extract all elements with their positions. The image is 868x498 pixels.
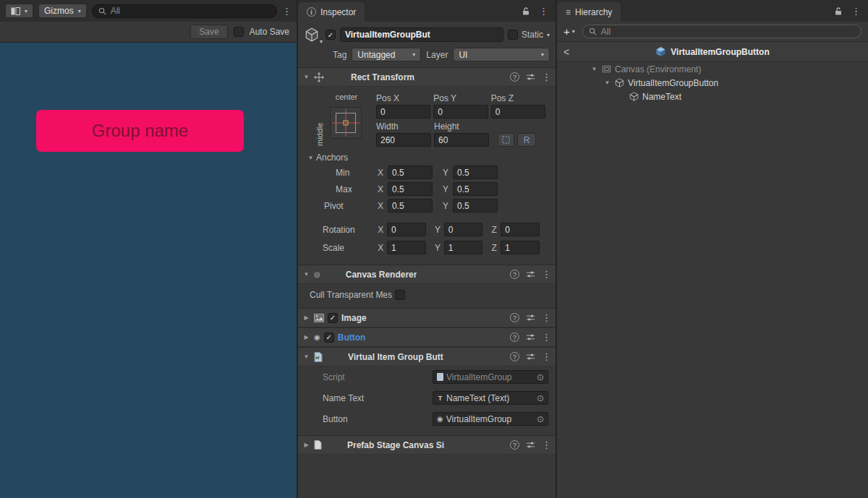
inspector-tabbar: i Inspector ⋮ — [298, 0, 556, 22]
image-component-header[interactable]: ▶ ✓ Image ? ⋮ — [298, 308, 556, 327]
cull-transparent-checkbox[interactable] — [395, 290, 405, 300]
layer-dropdown[interactable]: UI ▾ — [453, 48, 550, 61]
scale-z-field[interactable]: 1 — [501, 241, 540, 254]
gameobject-name-field[interactable]: VirtualItemGroupBut — [340, 27, 503, 42]
pos-x-field[interactable]: 0 — [376, 105, 430, 119]
lock-icon[interactable] — [522, 7, 530, 16]
anchor-min-x-field[interactable]: 0.5 — [388, 166, 433, 179]
rotation-z-field[interactable]: 0 — [501, 223, 540, 236]
script-object-field[interactable]: VirtualItemGroup ⊙ — [433, 370, 548, 384]
scale-label: Scale — [323, 243, 378, 253]
foldout-open-icon[interactable]: ▼ — [302, 353, 310, 360]
more-icon[interactable]: ⋮ — [542, 270, 551, 279]
presets-icon[interactable] — [526, 313, 535, 322]
draw-mode-dropdown[interactable]: ▾ — [5, 4, 33, 18]
scene-search-placeholder: All — [111, 6, 120, 16]
help-icon[interactable]: ? — [510, 270, 519, 279]
pivot-x-field[interactable]: 0.5 — [388, 199, 433, 212]
more-icon[interactable]: ⋮ — [542, 440, 551, 450]
blueprint-mode-button[interactable] — [498, 133, 514, 147]
name-text-object-field[interactable]: T NameText (Text) ⊙ — [433, 391, 548, 405]
object-picker-icon[interactable]: ⊙ — [537, 372, 544, 382]
canvas-renderer-header[interactable]: ▼ ◎ Canvas Renderer ? ⋮ — [298, 265, 556, 284]
foldout-closed-icon[interactable]: ▶ — [302, 442, 310, 448]
foldout-closed-icon[interactable]: ▶ — [302, 334, 310, 340]
more-icon[interactable]: ⋮ — [542, 332, 551, 342]
foldout-open-icon[interactable]: ▼ — [590, 66, 598, 72]
more-icon[interactable]: ⋮ — [282, 7, 292, 16]
rotation-x-field[interactable]: 0 — [387, 223, 426, 236]
hierarchy-row-virtualitemgroupbutton[interactable]: ▼ VirtualItemGroupButton — [557, 76, 868, 90]
hierarchy-panel: ≡ Hierarchy ⋮ + ▾ All < VirtualItemGroup… — [557, 0, 868, 498]
raw-edit-button[interactable]: R — [517, 133, 536, 147]
help-icon[interactable]: ? — [510, 72, 519, 82]
button-ref-label: Button — [323, 414, 430, 424]
hierarchy-search-input[interactable]: All — [582, 25, 861, 38]
presets-icon[interactable] — [526, 440, 535, 450]
help-icon[interactable]: ? — [510, 313, 519, 322]
virtual-item-group-button-header[interactable]: ▼ Virtual Item Group Butt ? ⋮ — [298, 347, 556, 366]
anchor-max-x-field[interactable]: 0.5 — [388, 182, 433, 196]
anchor-max-y-field[interactable]: 0.5 — [453, 182, 498, 196]
more-icon[interactable]: ⋮ — [542, 72, 551, 82]
pos-z-field[interactable]: 0 — [491, 105, 545, 119]
presets-icon[interactable] — [526, 72, 535, 82]
save-button[interactable]: Save — [190, 25, 227, 39]
prefab-stage-canvas-header[interactable]: ▶ Prefab Stage Canvas Si ? ⋮ — [298, 435, 556, 455]
button-object-field[interactable]: ◉ VirtualItemGroup ⊙ — [433, 412, 548, 426]
image-enabled-checkbox[interactable]: ✓ — [328, 313, 338, 323]
rect-transform-header[interactable]: ▼ Rect Transform ? ⋮ — [298, 67, 556, 87]
document-icon — [314, 440, 322, 450]
more-icon[interactable]: ⋮ — [542, 352, 551, 361]
object-picker-icon[interactable]: ⊙ — [537, 414, 544, 424]
anchor-preset-button[interactable] — [330, 107, 362, 141]
foldout-open-icon[interactable]: ▼ — [307, 155, 315, 161]
pivot-y-field[interactable]: 0.5 — [453, 199, 498, 212]
scale-y-field[interactable]: 1 — [444, 241, 483, 254]
layer-value: UI — [459, 50, 467, 60]
gameobject-enabled-checkbox[interactable]: ✓ — [326, 30, 336, 40]
prefab-stage-bar: < VirtualItemGroupButton — [557, 42, 868, 62]
presets-icon[interactable] — [526, 270, 535, 279]
object-picker-icon[interactable]: ⊙ — [537, 393, 544, 403]
lock-icon[interactable] — [834, 7, 843, 16]
anchor-min-y-field[interactable]: 0.5 — [453, 166, 498, 179]
help-icon[interactable]: ? — [510, 352, 519, 361]
button-ref-row: Button ◉ VirtualItemGroup ⊙ — [323, 412, 548, 426]
static-checkbox[interactable] — [508, 30, 518, 40]
foldout-closed-icon[interactable]: ▶ — [302, 314, 310, 321]
foldout-open-icon[interactable]: ▼ — [302, 74, 310, 80]
hierarchy-row-canvas[interactable]: ▼ Canvas (Environment) — [557, 62, 868, 76]
height-field[interactable]: 60 — [434, 133, 489, 147]
tab-hierarchy[interactable]: ≡ Hierarchy — [557, 2, 621, 22]
group-name-button[interactable]: Group name — [36, 110, 244, 152]
foldout-open-icon[interactable]: ▼ — [302, 271, 310, 278]
gameobject-icon[interactable]: ▾ — [302, 27, 321, 43]
scene-view[interactable]: Group name — [0, 43, 297, 498]
scale-x-field[interactable]: 1 — [387, 241, 426, 254]
back-button[interactable]: < — [563, 46, 569, 58]
rotation-y-field[interactable]: 0 — [444, 223, 483, 236]
scene-search-input[interactable]: All — [92, 4, 277, 18]
more-icon[interactable]: ⋮ — [539, 7, 548, 16]
rotation-label: Rotation — [323, 225, 378, 235]
static-dropdown-icon[interactable]: ▾ — [547, 32, 550, 38]
presets-icon[interactable] — [526, 332, 535, 342]
tab-inspector[interactable]: i Inspector — [298, 2, 365, 22]
gizmos-dropdown[interactable]: Gizmos ▾ — [38, 4, 87, 18]
foldout-open-icon[interactable]: ▼ — [603, 80, 611, 86]
button-component-header[interactable]: ▶ ◉ ✓ Button ? ⋮ — [298, 327, 556, 347]
presets-icon[interactable] — [526, 352, 535, 361]
tag-dropdown[interactable]: Untagged ▾ — [352, 48, 421, 61]
hierarchy-row-nametext[interactable]: NameText — [557, 90, 868, 103]
pos-y-field[interactable]: 0 — [433, 105, 488, 119]
anchors-foldout[interactable]: ▼ Anchors — [307, 153, 548, 163]
help-icon[interactable]: ? — [510, 440, 519, 450]
width-field[interactable]: 260 — [376, 133, 431, 147]
auto-save-checkbox[interactable] — [234, 27, 244, 37]
create-button[interactable]: + ▾ — [563, 25, 575, 38]
help-icon[interactable]: ? — [510, 332, 519, 342]
more-icon[interactable]: ⋮ — [542, 313, 551, 322]
button-enabled-checkbox[interactable]: ✓ — [324, 332, 334, 343]
more-icon[interactable]: ⋮ — [851, 7, 861, 16]
